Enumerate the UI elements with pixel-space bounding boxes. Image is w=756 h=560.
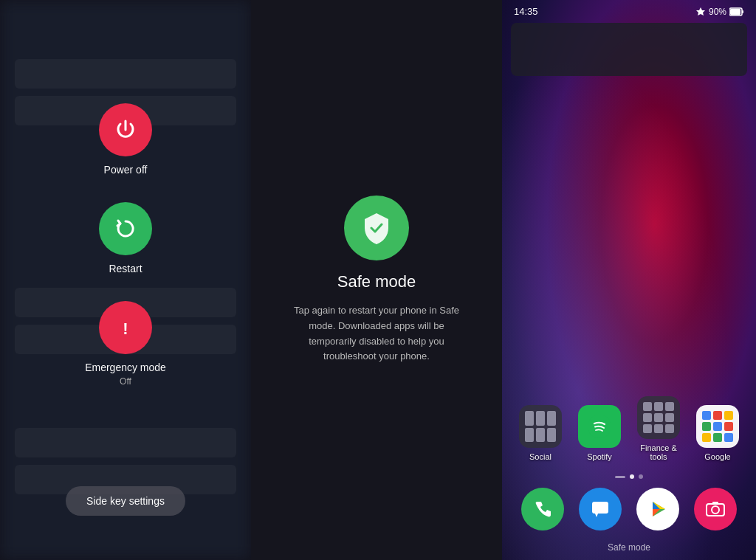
messages-icon — [579, 488, 622, 530]
app-row-grid: Social Spotify — [514, 390, 744, 467]
finance-icon — [637, 396, 680, 439]
battery-icon — [729, 7, 744, 16]
power-off-icon-circle — [99, 103, 152, 156]
power-off-item[interactable]: Power off — [99, 103, 152, 176]
power-actions: Power off Restart ! Emergency mode Off — [85, 103, 166, 387]
svg-point-12 — [712, 506, 719, 514]
safe-mode-shield-icon — [359, 210, 394, 246]
phone-icon — [521, 488, 564, 530]
google-label: Google — [704, 452, 730, 461]
side-key-settings-button[interactable]: Side key settings — [66, 486, 185, 516]
page-dot-inactive — [639, 474, 643, 479]
safe-mode-icon-circle — [344, 196, 409, 260]
spotify-logo-icon — [587, 414, 612, 439]
emergency-icon-circle: ! — [99, 301, 152, 354]
google-icon — [696, 405, 739, 448]
play-store-triangle-icon — [645, 497, 670, 522]
spotify-label: Spotify — [587, 452, 612, 461]
page-indicator — [502, 467, 756, 483]
app-spotify[interactable]: Spotify — [573, 405, 626, 461]
dock-play-store[interactable] — [631, 488, 684, 530]
app-google[interactable]: Google — [691, 405, 744, 461]
bg-blur-5 — [15, 428, 236, 457]
svg-rect-3 — [742, 10, 743, 13]
social-label: Social — [529, 452, 551, 461]
notification-bar — [511, 23, 747, 76]
messages-bubble-icon — [589, 498, 611, 520]
restart-item[interactable]: Restart — [99, 202, 152, 274]
svg-rect-5 — [592, 502, 608, 514]
safe-mode-bottom-label: Safe mode — [502, 538, 756, 560]
restart-label: Restart — [109, 263, 142, 274]
status-bar: 14:35 90% — [502, 0, 756, 20]
dock-messages[interactable] — [574, 488, 627, 530]
dock-phone[interactable] — [516, 488, 569, 530]
restart-icon-circle — [99, 202, 152, 255]
phone-handset-icon — [532, 498, 554, 520]
spotify-icon — [578, 405, 621, 448]
page-dot-active — [630, 474, 634, 479]
battery-percent: 90% — [709, 7, 726, 17]
power-off-icon — [112, 117, 139, 143]
app-finance[interactable]: Finance & tools — [632, 396, 685, 461]
play-store-icon — [636, 488, 679, 530]
status-time: 14:35 — [514, 6, 538, 17]
svg-text:!: ! — [123, 319, 128, 338]
svg-rect-2 — [730, 9, 740, 15]
emergency-item[interactable]: ! Emergency mode Off — [85, 301, 166, 387]
finance-label: Finance & tools — [632, 443, 685, 461]
app-social[interactable]: Social — [514, 405, 567, 461]
phone-homescreen: 14:35 90% Social — [502, 0, 756, 560]
restart-icon — [112, 215, 139, 242]
dock-camera[interactable] — [689, 488, 742, 530]
svg-rect-13 — [712, 502, 718, 505]
emergency-icon: ! — [112, 314, 139, 341]
safe-mode-description: Tap again to restart your phone in Safe … — [288, 303, 465, 364]
airplane-icon — [695, 7, 706, 17]
page-dot-line — [615, 476, 625, 478]
camera-lens-icon — [704, 498, 726, 520]
safe-mode-title: Safe mode — [337, 272, 416, 291]
status-right-icons: 90% — [695, 7, 744, 17]
power-off-label: Power off — [104, 164, 148, 176]
social-icon — [519, 405, 562, 448]
power-menu-panel: Power off Restart ! Emergency mode Off S… — [0, 0, 251, 560]
app-grid-area: Social Spotify — [502, 76, 756, 467]
emergency-label: Emergency mode — [85, 362, 166, 373]
emergency-sublabel: Off — [120, 376, 131, 387]
bg-blur-1 — [15, 59, 236, 89]
svg-marker-6 — [595, 514, 598, 517]
dock-row — [502, 483, 756, 538]
safe-mode-panel: Safe mode Tap again to restart your phon… — [251, 0, 502, 560]
camera-icon — [694, 488, 737, 530]
